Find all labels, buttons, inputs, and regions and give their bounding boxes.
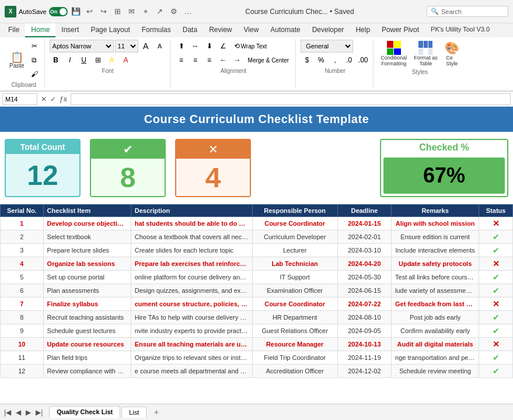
tab-nav-prev[interactable]: ◀ — [14, 408, 23, 416]
tab-formulas[interactable]: Formulas — [136, 23, 177, 37]
cell-person: Accreditation Officer — [252, 365, 337, 378]
cell-deadline: 2024-06-15 — [337, 284, 391, 298]
cell-styles-button[interactable]: 🎨 CeStyle — [442, 40, 462, 68]
title-right: 🔍 Search — [406, 6, 508, 17]
tab-home[interactable]: Home — [25, 23, 55, 37]
format-as-table-button[interactable]: Format asTable — [411, 40, 440, 68]
redo-icon[interactable]: ↪ — [98, 6, 110, 18]
cell-person: HR Department — [252, 311, 337, 324]
cell-remarks: Include interactive elements — [392, 244, 479, 257]
copy-button[interactable]: ⧉ — [28, 54, 41, 66]
font-family-select[interactable]: Aptos Narrow — [50, 40, 114, 52]
paste-icon: 📋 — [11, 52, 23, 62]
font-grow-button[interactable]: A — [139, 40, 152, 52]
comma-button[interactable]: , — [329, 54, 341, 66]
col-header-person: Responsible Person — [252, 205, 337, 217]
cell-deadline: 2024-07-22 — [337, 298, 391, 311]
align-top-button[interactable]: ⬆ — [175, 40, 188, 52]
tab-file[interactable]: File — [2, 23, 25, 37]
angle-text-button[interactable]: ∠ — [217, 40, 230, 52]
sheet-tab-list[interactable]: List — [121, 407, 146, 418]
add-sheet-button[interactable]: ＋ — [148, 405, 165, 419]
table-row: 9 Schedule guest lectures nvite industry… — [1, 324, 513, 338]
align-center-button[interactable]: ≡ — [189, 54, 202, 66]
cell-serial: 11 — [1, 351, 44, 365]
tab-automate[interactable]: Automate — [264, 23, 306, 37]
cut-button[interactable]: ✂ — [28, 40, 41, 52]
align-middle-button[interactable]: ↔ — [189, 40, 202, 52]
number-format-select[interactable]: General — [301, 40, 353, 52]
cursor-icon[interactable]: ⌖ — [140, 6, 152, 18]
currency-button[interactable]: $ — [301, 54, 313, 66]
formula-cancel-icon[interactable]: ✕ — [40, 95, 48, 103]
cell-desc: Create slides for each lecture topic — [131, 244, 252, 257]
font-shrink-button[interactable]: A — [153, 40, 166, 52]
tab-pk-utility[interactable]: PK's Utility Tool V3.0 — [425, 23, 495, 37]
fill-color-button[interactable]: A — [106, 54, 118, 66]
align-bottom-button[interactable]: ⬇ — [203, 40, 216, 52]
font-size-select[interactable]: 11 — [115, 40, 138, 52]
tab-insert[interactable]: Insert — [55, 23, 85, 37]
align-left-button[interactable]: ≡ — [175, 54, 188, 66]
search-box[interactable]: 🔍 Search — [427, 6, 508, 17]
paste-button[interactable]: 📋 Paste — [7, 51, 27, 70]
sheet-tab-quality[interactable]: Quality Check List — [49, 406, 120, 418]
table-icon[interactable]: ⊞ — [112, 6, 124, 18]
format-painter-button[interactable]: 🖌 — [28, 68, 41, 80]
tab-view[interactable]: View — [238, 23, 265, 37]
underline-button[interactable]: U — [78, 54, 90, 66]
cell-person: Lecturer — [252, 244, 337, 257]
table-body: 1 Develop course objectives hat students… — [1, 217, 513, 378]
tab-power-pivot[interactable]: Power Pivot — [376, 23, 425, 37]
percent-button[interactable]: % — [315, 54, 327, 66]
formula-insert-icon[interactable]: ƒx — [58, 95, 68, 103]
merge-center-button[interactable]: Merge & Center — [245, 54, 292, 66]
bold-button[interactable]: B — [50, 54, 62, 66]
decrease-decimal-button[interactable]: .0 — [343, 54, 355, 66]
formula-input[interactable] — [71, 93, 511, 105]
tab-nav-first[interactable]: |◀ — [2, 408, 13, 416]
undo-icon[interactable]: ↩ — [84, 6, 96, 18]
tab-help[interactable]: Help — [350, 23, 376, 37]
summary-row: Total Count 12 ✔ 8 ✕ 4 Checked % 67% — [0, 132, 513, 204]
cell-remarks: Audit all digital materials — [392, 338, 479, 351]
table-row: 6 Plan assessments Design quizzes, assig… — [1, 284, 513, 298]
tab-data[interactable]: Data — [177, 23, 203, 37]
ribbon-group-alignment: ⬆ ↔ ⬇ ∠ ⟲ Wrap Text ≡ ≡ ≡ ← → Mer — [172, 40, 296, 88]
tab-page-layout[interactable]: Page Layout — [85, 23, 135, 37]
cell-serial: 6 — [1, 284, 44, 298]
font-color-button[interactable]: A — [120, 54, 132, 66]
tab-nav-next[interactable]: ▶ — [24, 408, 33, 416]
tools-icon[interactable]: ⚙ — [168, 6, 180, 18]
cell-remarks: Ensure edition is current — [392, 230, 479, 244]
border-button[interactable]: ⊞ — [92, 54, 104, 66]
formula-confirm-icon[interactable]: ✓ — [49, 95, 57, 103]
tab-nav-last[interactable]: ▶| — [34, 408, 44, 416]
merge-center-label: Merge & Center — [248, 57, 289, 64]
email-icon[interactable]: ✉ — [126, 6, 138, 18]
align-right-button[interactable]: ≡ — [203, 54, 216, 66]
more-icon[interactable]: … — [182, 6, 194, 18]
styles-label: Styles — [412, 69, 428, 75]
save-icon[interactable]: 💾 — [70, 6, 82, 18]
conditional-formatting-button[interactable]: ConditionalFormatting — [378, 40, 409, 68]
cell-deadline: 2024-12-02 — [337, 365, 391, 378]
italic-button[interactable]: I — [64, 54, 76, 66]
autosave-toggle[interactable]: On — [49, 7, 68, 16]
increase-decimal-button[interactable]: .00 — [357, 54, 369, 66]
cell-person: Lab Technician — [252, 257, 337, 271]
autosave-label: AutoSave — [19, 8, 47, 15]
wrap-text-button[interactable]: ⟲ Wrap Text — [231, 40, 270, 52]
cell-deadline: 2024-01-15 — [337, 217, 391, 230]
cell-status: ✔ — [479, 284, 513, 298]
ribbon-group-font: Aptos Narrow 11 A A B I U ⊞ A A Fon — [46, 40, 170, 88]
clipboard-label: Clipboard — [11, 82, 36, 88]
ribbon-group-clipboard: 📋 Paste ✂ ⧉ 🖌 Clipboard — [4, 40, 45, 88]
indent-decrease-button[interactable]: ← — [217, 54, 230, 66]
tab-developer[interactable]: Developer — [306, 23, 350, 37]
share-icon[interactable]: ↗ — [154, 6, 166, 18]
cell-styles-icon: 🎨 — [445, 41, 459, 55]
indent-increase-button[interactable]: → — [231, 54, 244, 66]
cell-reference-input[interactable] — [2, 93, 37, 105]
tab-review[interactable]: Review — [203, 23, 238, 37]
